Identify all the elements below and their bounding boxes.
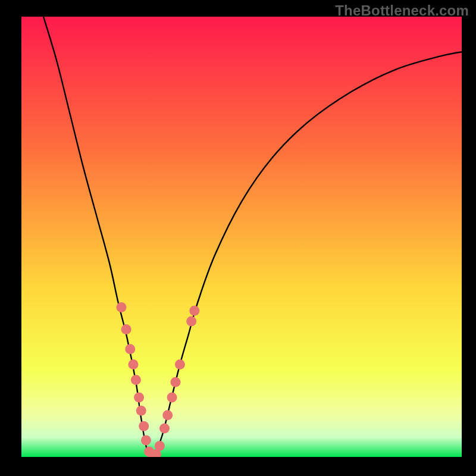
data-dot bbox=[189, 306, 199, 316]
data-dot bbox=[125, 344, 135, 354]
data-dot bbox=[171, 377, 181, 387]
chart-svg bbox=[21, 17, 462, 457]
plot-area bbox=[21, 17, 462, 457]
data-dot bbox=[167, 393, 177, 403]
data-dot bbox=[131, 375, 141, 385]
watermark-text: TheBottleneck.com bbox=[335, 2, 469, 19]
data-dot bbox=[121, 324, 131, 334]
data-dot bbox=[162, 410, 173, 420]
data-dot bbox=[175, 359, 185, 369]
data-dot bbox=[139, 421, 149, 431]
data-dot bbox=[155, 441, 165, 451]
data-dot bbox=[134, 393, 144, 403]
data-dot bbox=[159, 423, 170, 433]
data-dot bbox=[186, 317, 196, 327]
data-dot bbox=[116, 302, 126, 312]
data-dot bbox=[128, 359, 138, 369]
data-dot bbox=[136, 406, 146, 416]
data-dot bbox=[141, 435, 151, 445]
chart-frame: TheBottleneck.com bbox=[0, 0, 476, 476]
gradient-background bbox=[21, 17, 462, 457]
